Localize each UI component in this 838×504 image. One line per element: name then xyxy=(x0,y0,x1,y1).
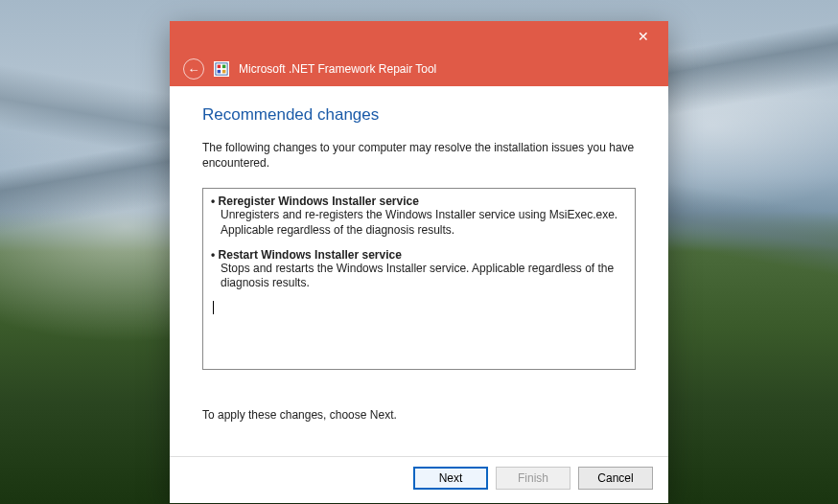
svg-rect-3 xyxy=(218,70,221,74)
changes-list[interactable]: Reregister Windows Installer service Unr… xyxy=(202,188,636,370)
page-heading: Recommended changes xyxy=(202,105,636,125)
app-icon xyxy=(214,61,229,77)
svg-rect-4 xyxy=(222,70,226,74)
finish-button: Finish xyxy=(496,467,570,490)
list-item: Reregister Windows Installer service Unr… xyxy=(211,195,627,238)
svg-rect-1 xyxy=(218,65,221,69)
header-bar: ← Microsoft .NET Framework Repair Tool xyxy=(170,52,668,86)
back-arrow-icon[interactable]: ← xyxy=(183,58,204,80)
titlebar: ✕ xyxy=(170,21,668,52)
hint-text: To apply these changes, choose Next. xyxy=(202,408,636,422)
close-icon[interactable]: ✕ xyxy=(630,25,657,48)
dialog-window: ✕ ← Microsoft .NET Framework Repair Tool… xyxy=(170,21,668,503)
change-description: Unregisters and re-registers the Windows… xyxy=(211,208,627,238)
list-item: Restart Windows Installer service Stops … xyxy=(211,248,627,291)
dialog-content: Recommended changes The following change… xyxy=(170,86,668,456)
svg-rect-2 xyxy=(222,65,226,69)
cancel-button[interactable]: Cancel xyxy=(578,467,653,490)
intro-text: The following changes to your computer m… xyxy=(202,140,636,171)
change-title: Reregister Windows Installer service xyxy=(211,195,419,208)
text-cursor xyxy=(213,301,214,314)
next-button[interactable]: Next xyxy=(413,467,488,490)
window-title: Microsoft .NET Framework Repair Tool xyxy=(239,62,436,76)
change-description: Stops and restarts the Windows Installer… xyxy=(211,262,627,291)
change-title: Restart Windows Installer service xyxy=(211,248,402,262)
dialog-footer: Next Finish Cancel xyxy=(170,456,668,503)
